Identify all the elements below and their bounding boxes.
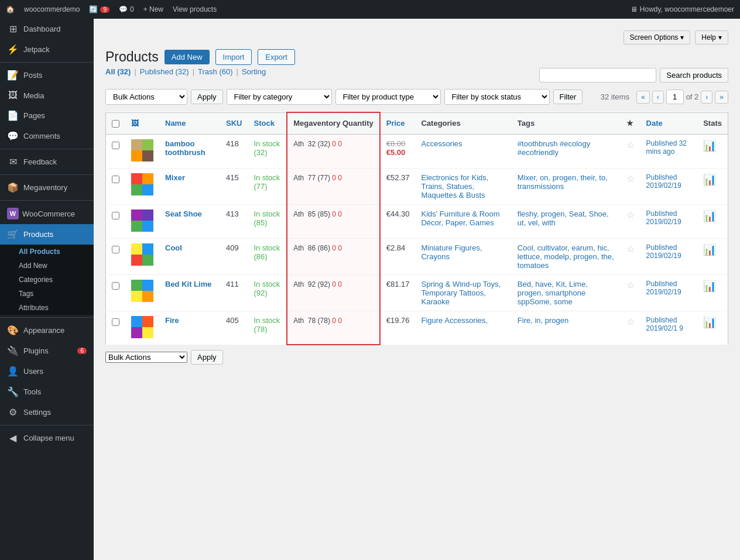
featured-star[interactable]: ☆: [626, 317, 635, 327]
product-name-link[interactable]: Mixer: [165, 173, 185, 182]
first-page-button[interactable]: «: [636, 91, 650, 104]
category-link[interactable]: Miniature Figures, Crayons: [421, 243, 482, 261]
tag-link[interactable]: Cool, cultivator, earum, hic, lettuce, m…: [518, 243, 614, 270]
tag-link[interactable]: Mixer, on, progen, their, to, transmissi…: [518, 173, 608, 191]
filter-category-select[interactable]: Filter by category: [227, 89, 332, 105]
sidebar-collapse-menu[interactable]: ◀ Collapse menu: [0, 428, 94, 448]
submenu-attributes[interactable]: Attributes: [0, 301, 94, 315]
filter-sorting[interactable]: Sorting: [242, 67, 266, 76]
sidebar-item-settings[interactable]: ⚙ Settings: [0, 402, 94, 422]
bulk-actions-select[interactable]: Bulk Actions: [105, 89, 187, 105]
sidebar-item-dashboard[interactable]: ⊞ Dashboard: [0, 19, 94, 39]
sidebar-item-users[interactable]: 👤 Users: [0, 361, 94, 382]
sidebar-item-posts[interactable]: 📝 Posts: [0, 65, 94, 85]
category-link[interactable]: Electronics for Kids, Trains, Statues, M…: [421, 173, 488, 200]
stats-icon[interactable]: 📊: [703, 317, 716, 328]
export-button[interactable]: Export: [258, 49, 295, 65]
price-header[interactable]: Price: [380, 112, 416, 134]
import-button[interactable]: Import: [215, 49, 252, 65]
items-count: 32 items: [601, 92, 629, 101]
stock-header[interactable]: Stock: [248, 112, 287, 134]
stats-icon[interactable]: 📊: [703, 140, 716, 152]
row-checkbox[interactable]: [112, 318, 119, 326]
submenu-tags[interactable]: Tags: [0, 287, 94, 301]
product-name-link[interactable]: Bed Kit Lime: [165, 280, 211, 288]
new-item[interactable]: + New: [143, 5, 163, 13]
search-button[interactable]: Search products: [660, 68, 728, 83]
featured-star[interactable]: ☆: [626, 280, 635, 290]
stats-icon[interactable]: 📊: [703, 174, 716, 185]
subsubsub-row: All (32) | Published (32) | Trash (60) |…: [105, 67, 728, 83]
submenu-all-products[interactable]: All Products: [0, 245, 94, 259]
product-name-link[interactable]: Fire: [165, 316, 179, 325]
category-link[interactable]: Accessories: [421, 139, 462, 148]
date-header[interactable]: Date: [640, 112, 698, 134]
featured-star[interactable]: ☆: [626, 244, 635, 254]
product-name-link[interactable]: Cool: [165, 243, 182, 252]
next-page-button[interactable]: ›: [701, 91, 712, 104]
last-page-button[interactable]: »: [715, 91, 728, 104]
sidebar-item-pages[interactable]: 📄 Pages: [0, 105, 94, 126]
filter-trash[interactable]: Trash (60): [198, 67, 233, 76]
filter-button[interactable]: Filter: [553, 90, 583, 104]
prev-page-button[interactable]: ‹: [652, 91, 664, 104]
filter-all[interactable]: All (32): [105, 67, 131, 76]
check-all-checkbox[interactable]: [112, 120, 119, 128]
submenu-add-new[interactable]: Add New: [0, 259, 94, 273]
sidebar-item-feedback[interactable]: ✉ Feedback: [0, 152, 94, 172]
site-icon[interactable]: 🏠: [6, 5, 15, 13]
sidebar-item-plugins[interactable]: 🔌 Plugins 6: [0, 341, 94, 361]
view-products-link[interactable]: View products: [173, 5, 217, 13]
sidebar-item-label: Media: [23, 91, 44, 100]
product-name-link[interactable]: bamboo toothbrush: [165, 139, 205, 157]
stats-icon[interactable]: 📊: [703, 210, 716, 222]
category-link[interactable]: Spring & Wind-up Toys, Temporary Tattoos…: [421, 280, 501, 306]
featured-star[interactable]: ☆: [626, 210, 635, 220]
tag-link[interactable]: fleshy, progen, Seat, Shoe, ut, vel, wit…: [518, 209, 609, 227]
bulk-actions-select-bottom[interactable]: Bulk Actions: [105, 352, 187, 363]
category-link[interactable]: Figure Accessories,: [421, 316, 487, 325]
category-link[interactable]: Kids' Furniture & Room Décor, Paper, Gam…: [421, 209, 499, 227]
screen-options-button[interactable]: Screen Options ▾: [623, 30, 691, 44]
search-input[interactable]: [539, 68, 656, 83]
updates-item[interactable]: 🔄 9: [89, 5, 109, 13]
stats-icon[interactable]: 📊: [703, 280, 716, 292]
page-number-input[interactable]: [666, 90, 684, 104]
row-checkbox[interactable]: [112, 176, 119, 183]
sidebar-item-jetpack[interactable]: ⚡ Jetpack: [0, 39, 94, 60]
sidebar-item-comments[interactable]: 💬 Comments: [0, 126, 94, 146]
sidebar-item-appearance[interactable]: 🎨 Appearance: [0, 320, 94, 341]
tag-link[interactable]: Bed, have, Kit, Lime, progen, smartphone…: [518, 280, 588, 306]
admin-bar: 🏠 woocommerdemo 🔄 9 💬 0 + New View produ…: [0, 0, 740, 19]
sidebar-item-woocommerce[interactable]: W WooCommerce: [0, 203, 94, 224]
name-header[interactable]: Name: [159, 112, 220, 134]
site-name[interactable]: woocommerdemo: [24, 5, 80, 13]
submenu-categories[interactable]: Categories: [0, 273, 94, 287]
filter-stock-select[interactable]: Filter by stock status: [444, 89, 550, 105]
help-button[interactable]: Help ▾: [695, 30, 728, 44]
add-new-button[interactable]: Add New: [165, 50, 210, 64]
product-name-link[interactable]: Seat Shoe: [165, 209, 202, 218]
row-checkbox[interactable]: [112, 212, 119, 219]
sku-header[interactable]: SKU: [220, 112, 248, 134]
featured-star[interactable]: ☆: [626, 140, 635, 150]
sidebar-item-megaventory[interactable]: 📦 Megaventory: [0, 177, 94, 198]
tag-link[interactable]: #toothbrush #ecology #ecofriendly: [518, 139, 590, 157]
apply-button[interactable]: Apply: [191, 90, 223, 104]
featured-star[interactable]: ☆: [626, 174, 635, 184]
row-checkbox[interactable]: [112, 246, 119, 253]
comments-item[interactable]: 💬 0: [119, 5, 134, 13]
row-checkbox[interactable]: [112, 142, 119, 149]
filter-product-type-select[interactable]: Filter by product type: [335, 89, 441, 105]
sidebar-item-label: Appearance: [23, 326, 64, 335]
tag-link[interactable]: Fire, in, progen: [518, 316, 568, 325]
sidebar-item-tools[interactable]: 🔧 Tools: [0, 382, 94, 402]
sidebar-item-media[interactable]: 🖼 Media: [0, 85, 94, 105]
submenu-label: All Products: [19, 248, 60, 256]
stats-icon[interactable]: 📊: [703, 244, 716, 256]
row-checkbox[interactable]: [112, 282, 119, 290]
sidebar-item-products[interactable]: 🛒 Products: [0, 224, 94, 245]
filter-published[interactable]: Published (32): [140, 67, 189, 76]
apply-button-bottom[interactable]: Apply: [191, 350, 223, 365]
product-stock-cell: In stock (85): [248, 204, 287, 238]
